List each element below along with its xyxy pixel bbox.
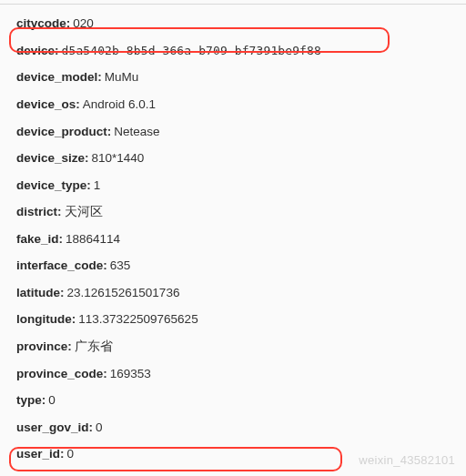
kv-value: 0 bbox=[48, 393, 56, 407]
kv-colon: : bbox=[59, 232, 64, 246]
kv-value: 169353 bbox=[110, 367, 151, 380]
kv-value: Android 6.0.1 bbox=[83, 97, 156, 111]
kv-row-district: district:天河区 bbox=[16, 198, 451, 226]
kv-colon: : bbox=[66, 16, 71, 30]
kv-row-device_os: device_os:Android 6.0.1 bbox=[16, 91, 451, 118]
kv-value: 0 bbox=[67, 447, 75, 461]
kv-value: 天河区 bbox=[65, 205, 103, 218]
kv-key: device_product bbox=[16, 125, 107, 138]
kv-colon: : bbox=[60, 447, 65, 461]
kv-row-device_product: device_product:Netease bbox=[16, 118, 451, 146]
kv-value: MuMu bbox=[105, 70, 139, 84]
kv-row-fake_id: fake_id:18864114 bbox=[16, 226, 451, 253]
kv-key: province bbox=[16, 339, 67, 353]
kv-key: fake_id bbox=[16, 232, 59, 246]
kv-colon: : bbox=[85, 151, 89, 165]
kv-key: province_code bbox=[16, 367, 103, 380]
kv-colon: : bbox=[89, 420, 94, 434]
kv-row-province: province:广东省 bbox=[16, 333, 451, 360]
kv-colon: : bbox=[76, 97, 80, 111]
kv-colon: : bbox=[107, 125, 112, 138]
kv-row-latitude: latitude:23.12615261501736 bbox=[16, 279, 451, 307]
kv-key: user_gov_id bbox=[16, 420, 89, 434]
kv-colon: : bbox=[42, 393, 46, 407]
kv-colon: : bbox=[55, 44, 59, 57]
kv-value: 020 bbox=[73, 16, 94, 30]
kv-row-device_type: device_type:1 bbox=[16, 172, 451, 199]
kv-row-version: version:6.3.5 bbox=[16, 468, 451, 476]
kv-colon: : bbox=[72, 312, 76, 326]
kv-colon: : bbox=[103, 258, 107, 272]
kv-row-longitude: longitude:113.37322509765625 bbox=[16, 306, 451, 333]
kv-value: d5a5402b-8b5d-366a-b709-bf7391be9f88 bbox=[62, 44, 321, 57]
kv-colon: : bbox=[57, 205, 62, 218]
kv-key: citycode bbox=[16, 16, 66, 30]
kv-key: device bbox=[16, 44, 55, 57]
kv-value: 广东省 bbox=[75, 339, 113, 353]
kv-colon: : bbox=[86, 178, 91, 192]
kv-row-type: type:0 bbox=[16, 387, 451, 414]
kv-row-device_size: device_size:810*1440 bbox=[16, 145, 451, 172]
kv-value: 635 bbox=[110, 258, 131, 272]
kv-key: interface_code bbox=[16, 258, 103, 272]
kv-key: district bbox=[16, 205, 57, 218]
kv-row-citycode: citycode:020 bbox=[16, 10, 451, 37]
kv-colon: : bbox=[103, 367, 107, 380]
kv-row-device: device:d5a5402b-8b5d-366a-b709-bf7391be9… bbox=[16, 37, 451, 65]
kv-row-user_gov_id: user_gov_id:0 bbox=[16, 414, 451, 441]
kv-key: type bbox=[16, 393, 42, 407]
kv-colon: : bbox=[60, 286, 65, 299]
kv-value: 1 bbox=[94, 178, 101, 192]
kv-row-interface_code: interface_code:635 bbox=[16, 252, 451, 279]
kv-row-province_code: province_code:169353 bbox=[16, 360, 451, 388]
kv-colon: : bbox=[97, 70, 102, 84]
kv-list: citycode:020device:d5a5402b-8b5d-366a-b7… bbox=[0, 5, 466, 476]
kv-value: 18864114 bbox=[66, 232, 120, 246]
kv-key: latitude bbox=[16, 286, 60, 299]
kv-colon: : bbox=[67, 339, 72, 353]
kv-value: 810*1440 bbox=[92, 151, 145, 165]
kv-key: longitude bbox=[16, 312, 72, 326]
kv-key: device_model bbox=[16, 70, 97, 84]
kv-value: 113.37322509765625 bbox=[78, 312, 198, 326]
kv-row-device_model: device_model:MuMu bbox=[16, 64, 451, 91]
kv-value: 23.12615261501736 bbox=[67, 286, 180, 299]
kv-value: Netease bbox=[114, 125, 159, 138]
kv-key: device_type bbox=[16, 178, 86, 192]
kv-row-user_id: user_id:0 bbox=[16, 441, 451, 468]
kv-value: 0 bbox=[96, 420, 103, 434]
kv-key: device_os bbox=[16, 97, 76, 111]
kv-key: device_size bbox=[16, 151, 85, 165]
kv-key: user_id bbox=[16, 447, 60, 461]
